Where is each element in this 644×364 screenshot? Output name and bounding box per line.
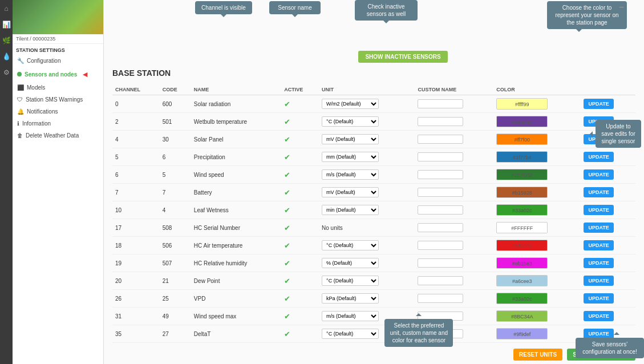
color-swatch[interactable]: #ffff99 xyxy=(496,98,548,110)
custom-name-input[interactable] xyxy=(418,276,463,285)
update-btn[interactable]: UPDATE xyxy=(584,276,613,286)
cell-color[interactable]: #b15928 xyxy=(493,184,581,201)
custom-name-input[interactable] xyxy=(418,135,463,144)
update-btn[interactable]: UPDATE xyxy=(584,187,613,197)
cell-color[interactable]: #33a02c xyxy=(493,201,581,219)
cell-color[interactable]: #eb15e3 xyxy=(493,254,581,272)
custom-name-input[interactable] xyxy=(418,258,463,268)
tooltip-color-close[interactable]: − xyxy=(619,2,624,13)
cell-unit[interactable]: °C (Default) xyxy=(319,272,415,290)
unit-select[interactable]: min (Default) xyxy=(322,205,379,215)
cell-color[interactable]: #2E7D32 xyxy=(493,166,581,184)
cell-update[interactable]: UPDATE xyxy=(581,237,635,254)
color-swatch[interactable]: #1f77b4 xyxy=(496,151,548,163)
cell-unit[interactable]: mm (Default) xyxy=(319,148,415,166)
unit-select[interactable]: mV (Default) xyxy=(322,134,379,144)
cell-update[interactable]: UPDATE xyxy=(581,201,635,219)
home-icon[interactable]: ⌂ xyxy=(4,5,8,13)
cell-custom-name[interactable] xyxy=(415,148,493,166)
cell-update[interactable]: UPDATE xyxy=(581,290,635,308)
update-btn[interactable]: UPDATE xyxy=(584,293,613,304)
cell-unit[interactable]: kPa (Default) xyxy=(319,290,415,308)
custom-name-input[interactable] xyxy=(418,117,463,126)
custom-name-input[interactable] xyxy=(418,241,463,250)
color-swatch[interactable]: #33a02c xyxy=(496,293,548,304)
color-swatch[interactable]: #6a3d9a xyxy=(496,116,548,127)
cell-custom-name[interactable] xyxy=(415,254,493,272)
cell-unit[interactable]: No units xyxy=(319,219,415,237)
drop-icon[interactable]: 💧 xyxy=(2,52,11,60)
cell-custom-name[interactable] xyxy=(415,184,493,201)
color-swatch[interactable]: #2E7D32 xyxy=(496,169,548,180)
color-swatch[interactable]: #e31a1c xyxy=(496,240,548,251)
reset-units-btn[interactable]: RESET UNITS xyxy=(513,349,562,361)
cell-update[interactable]: UPDATE xyxy=(581,166,635,184)
cell-custom-name[interactable] xyxy=(415,131,493,148)
custom-name-input[interactable] xyxy=(418,152,463,161)
cell-unit[interactable]: mV (Default) xyxy=(319,131,415,148)
update-btn[interactable]: UPDATE xyxy=(584,258,613,268)
cell-update[interactable]: UPDATE xyxy=(581,254,635,272)
cell-update[interactable]: UPDATE xyxy=(581,308,635,325)
cell-color[interactable]: #8BC34A xyxy=(493,308,581,325)
cell-custom-name[interactable] xyxy=(415,272,493,290)
leaf-icon[interactable]: 🌿 xyxy=(2,37,11,45)
unit-select[interactable]: °C (Default) xyxy=(322,240,379,250)
cell-custom-name[interactable] xyxy=(415,219,493,237)
cell-unit[interactable]: m/s (Default) xyxy=(319,166,415,184)
cell-unit[interactable]: % (Default) xyxy=(319,254,415,272)
custom-name-input[interactable] xyxy=(418,99,463,108)
color-swatch[interactable]: #33a02c xyxy=(496,204,548,216)
cell-color[interactable]: #ff7f00 xyxy=(493,131,581,148)
sidebar-item-notifications[interactable]: 🔔 Notifications xyxy=(13,106,103,118)
update-btn[interactable]: UPDATE xyxy=(584,205,613,215)
update-btn[interactable]: UPDATE xyxy=(584,223,613,233)
gear-icon[interactable]: ⚙ xyxy=(3,68,10,76)
unit-select[interactable]: °C (Default) xyxy=(322,329,379,339)
chart-icon[interactable]: 📊 xyxy=(2,21,11,29)
sidebar-item-sms-warnings[interactable]: 🛡 Station SMS Warnings xyxy=(13,94,103,106)
unit-select[interactable]: mm (Default) xyxy=(322,152,379,162)
cell-custom-name[interactable] xyxy=(415,290,493,308)
unit-select[interactable]: % (Default) xyxy=(322,258,379,268)
color-swatch[interactable]: #FFFFFF xyxy=(496,222,548,233)
custom-name-input[interactable] xyxy=(418,294,463,303)
unit-select[interactable]: W/m2 (Default) xyxy=(322,99,379,109)
sidebar-item-configuration[interactable]: 🔧 Configuration xyxy=(13,55,103,67)
sidebar-item-delete[interactable]: 🗑 Delete Weather Data xyxy=(13,130,103,141)
color-swatch[interactable]: #a6cee3 xyxy=(496,275,548,286)
cell-unit[interactable]: °C (Default) xyxy=(319,113,415,131)
color-swatch[interactable]: #ff7f00 xyxy=(496,134,548,145)
cell-update[interactable]: UPDATE xyxy=(581,184,635,201)
cell-custom-name[interactable] xyxy=(415,237,493,254)
unit-select[interactable]: °C (Default) xyxy=(322,276,379,286)
color-swatch[interactable]: #9f9def xyxy=(496,328,548,339)
custom-name-input[interactable] xyxy=(418,223,463,232)
cell-color[interactable]: #a6cee3 xyxy=(493,272,581,290)
unit-select[interactable]: m/s (Default) xyxy=(322,311,379,321)
custom-name-input[interactable] xyxy=(418,205,463,215)
cell-update[interactable]: UPDATE xyxy=(581,219,635,237)
cell-color[interactable]: #ffff99 xyxy=(493,95,581,113)
cell-update[interactable]: UPDATE xyxy=(581,95,635,113)
color-swatch[interactable]: #b15928 xyxy=(496,187,548,198)
update-btn[interactable]: UPDATE xyxy=(584,99,613,109)
cell-custom-name[interactable] xyxy=(415,201,493,219)
cell-color[interactable]: #e31a1c xyxy=(493,237,581,254)
cell-custom-name[interactable] xyxy=(415,95,493,113)
color-swatch[interactable]: #8BC34A xyxy=(496,310,548,322)
custom-name-input[interactable] xyxy=(418,188,463,197)
sidebar-item-information[interactable]: ℹ Information xyxy=(13,118,103,130)
unit-select[interactable]: m/s (Default) xyxy=(322,169,379,180)
cell-unit[interactable]: °C (Default) xyxy=(319,237,415,254)
show-inactive-btn[interactable]: SHOW INACTIVE SENSORS xyxy=(358,51,447,63)
update-btn[interactable]: UPDATE xyxy=(584,311,613,321)
cell-update[interactable]: UPDATE xyxy=(581,148,635,166)
cell-color[interactable]: #6a3d9a xyxy=(493,113,581,131)
update-btn[interactable]: UPDATE xyxy=(584,240,613,250)
cell-color[interactable]: #1f77b4 xyxy=(493,148,581,166)
cell-update[interactable]: UPDATE xyxy=(581,272,635,290)
sidebar-item-models[interactable]: ⬛ Models xyxy=(13,82,103,94)
unit-select[interactable]: °C (Default) xyxy=(322,116,379,127)
sidebar-item-sensors[interactable]: Sensors and nodes ◄ xyxy=(13,67,103,82)
